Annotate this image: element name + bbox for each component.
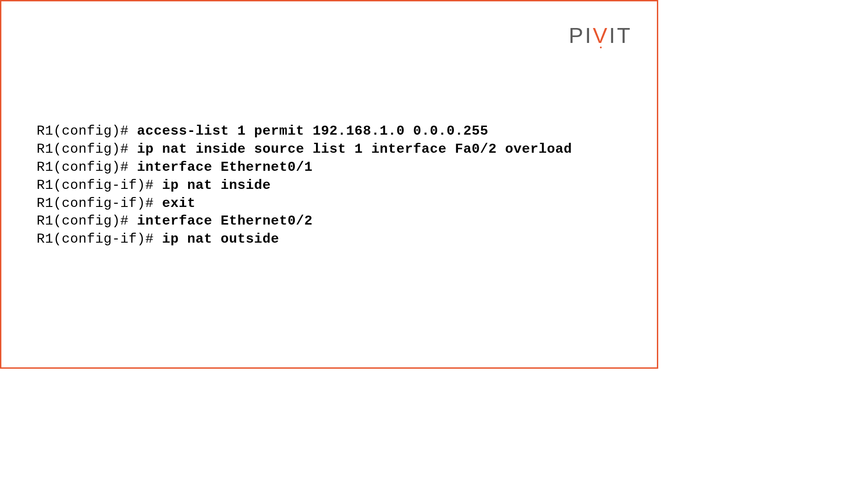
terminal-line: R1(config)# ip nat inside source list 1 … [37, 141, 572, 159]
terminal-command: ip nat outside [162, 231, 279, 247]
terminal-command: interface Ethernet0/2 [137, 213, 313, 229]
logo-part-2: IT [609, 23, 632, 47]
terminal-line: R1(config-if)# exit [37, 195, 572, 213]
terminal-prompt: R1(config-if)# [37, 231, 162, 247]
terminal-prompt: R1(config)# [37, 123, 137, 139]
terminal-command: ip nat inside source list 1 interface Fa… [137, 141, 572, 157]
terminal-command: exit [162, 196, 196, 211]
terminal-prompt: R1(config)# [37, 141, 137, 157]
terminal-prompt: R1(config-if)# [37, 196, 162, 211]
terminal-output: R1(config)# access-list 1 permit 192.168… [37, 122, 572, 249]
terminal-prompt: R1(config)# [37, 160, 137, 175]
terminal-prompt: R1(config)# [37, 213, 137, 229]
terminal-command: interface Ethernet0/1 [137, 160, 313, 175]
logo-accent: V [593, 23, 609, 47]
terminal-prompt: R1(config-if)# [37, 178, 162, 193]
terminal-line: R1(config)# interface Ethernet0/2 [37, 212, 572, 230]
terminal-line: R1(config-if)# ip nat inside [37, 177, 572, 195]
terminal-command: access-list 1 permit 192.168.1.0 0.0.0.2… [137, 123, 488, 139]
terminal-line: R1(config)# interface Ethernet0/1 [37, 159, 572, 177]
terminal-command: ip nat inside [162, 178, 271, 193]
terminal-line: R1(config-if)# ip nat outside [37, 230, 572, 249]
logo-part-1: PI [569, 23, 593, 47]
terminal-line: R1(config)# access-list 1 permit 192.168… [37, 122, 572, 141]
brand-logo: PIVIT [569, 23, 632, 48]
